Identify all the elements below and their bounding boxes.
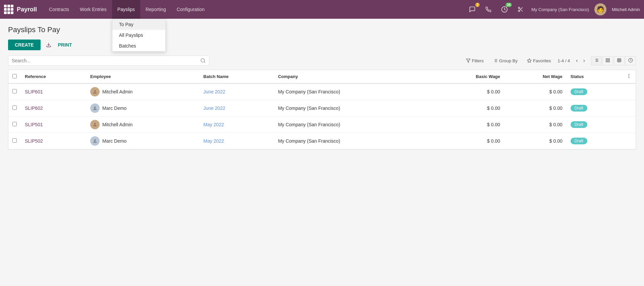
row-company[interactable]: My Company (San Francisco) <box>274 100 432 117</box>
svg-rect-24 <box>608 58 609 60</box>
employee-name: Mitchell Admin <box>102 122 132 127</box>
top-navigation: Payroll Contracts Work Entries Payslips … <box>0 0 644 19</box>
row-batch-name[interactable]: June 2022 <box>199 83 274 100</box>
more-cols-icon[interactable] <box>626 73 632 79</box>
svg-point-37 <box>94 106 96 108</box>
search-controls: Filters Group By Favorites 1- <box>463 56 636 65</box>
table-row[interactable]: SLIP601 Mitchell Admin June 2022 My Comp… <box>8 83 636 100</box>
clock-icon-btn[interactable]: 36 <box>499 4 510 15</box>
pagination-info: 1-4 / 4 <box>557 58 570 63</box>
search-container[interactable] <box>8 56 209 66</box>
print-button[interactable]: PRINT <box>57 40 73 50</box>
col-status[interactable]: Status <box>567 70 622 83</box>
row-net-wage: $ 0.00 <box>504 133 567 149</box>
select-all-checkbox[interactable] <box>12 74 17 78</box>
row-checkbox[interactable] <box>12 89 17 93</box>
row-employee[interactable]: Mitchell Admin <box>86 83 199 100</box>
scissors-icon-btn[interactable] <box>515 4 526 15</box>
filter-icon <box>466 58 471 63</box>
row-reference[interactable]: SLIP501 <box>21 117 86 133</box>
row-reference[interactable]: SLIP601 <box>21 83 86 100</box>
activity-view-btn[interactable] <box>625 56 636 65</box>
svg-line-8 <box>204 62 205 63</box>
row-reference[interactable]: SLIP602 <box>21 100 86 117</box>
employee-name: Marc Demo <box>102 138 126 144</box>
col-employee[interactable]: Employee <box>86 70 199 83</box>
col-company[interactable]: Company <box>274 70 432 83</box>
nav-reporting[interactable]: Reporting <box>140 0 171 19</box>
view-toggle <box>591 56 636 65</box>
row-batch-name[interactable]: May 2022 <box>199 117 274 133</box>
table-row[interactable]: SLIP502 Marc Demo May 2022 My Company (S… <box>8 133 636 149</box>
next-page-btn[interactable]: › <box>581 57 587 64</box>
row-company[interactable]: My Company (San Francisco) <box>274 133 432 149</box>
group-by-label: Group By <box>499 58 518 63</box>
nav-work-entries[interactable]: Work Entries <box>74 0 112 19</box>
col-basic-wage[interactable]: Basic Wage <box>431 70 504 83</box>
row-reference[interactable]: SLIP502 <box>21 133 86 149</box>
create-button[interactable]: CREATE <box>8 40 41 50</box>
table-row[interactable]: SLIP501 Mitchell Admin May 2022 My Compa… <box>8 117 636 133</box>
row-batch-name[interactable]: May 2022 <box>199 133 274 149</box>
favorites-label: Favorites <box>533 58 551 63</box>
list-view-btn[interactable] <box>591 56 602 65</box>
group-by-btn[interactable]: Group By <box>490 57 520 65</box>
col-net-wage[interactable]: Net Wage <box>504 70 567 83</box>
app-brand[interactable]: Payroll <box>4 5 37 14</box>
user-avatar[interactable]: 🧑 <box>594 3 606 15</box>
row-checkbox-cell[interactable] <box>8 83 21 100</box>
grid-view-btn[interactable] <box>614 56 625 65</box>
status-badge: Draft <box>571 88 587 95</box>
nav-payslips[interactable]: Payslips <box>112 0 140 19</box>
download-icon-btn[interactable] <box>43 40 54 50</box>
payslips-menu-batches[interactable]: Batches <box>112 41 165 51</box>
row-actions <box>622 133 636 149</box>
col-reference[interactable]: Reference <box>21 70 86 83</box>
row-status: Draft <box>567 83 622 100</box>
employee-avatar <box>90 87 100 96</box>
page-title: Payslips To Pay <box>8 25 636 34</box>
row-basic-wage: $ 0.00 <box>431 83 504 100</box>
row-checkbox[interactable] <box>12 122 17 126</box>
row-company[interactable]: My Company (San Francisco) <box>274 117 432 133</box>
row-checkbox-cell[interactable] <box>8 100 21 117</box>
svg-point-36 <box>94 90 96 92</box>
row-checkbox-cell[interactable] <box>8 133 21 149</box>
select-all-header[interactable] <box>8 70 21 83</box>
row-employee[interactable]: Marc Demo <box>86 133 199 149</box>
payslips-table: Reference Employee Batch Name Company Ba… <box>8 70 636 150</box>
nav-payslips-dropdown[interactable]: Payslips To Pay All Payslips Batches <box>112 0 140 19</box>
row-checkbox[interactable] <box>12 105 17 110</box>
filters-btn[interactable]: Filters <box>463 57 486 65</box>
row-employee[interactable]: Mitchell Admin <box>86 117 199 133</box>
col-batch-name[interactable]: Batch Name <box>199 70 274 83</box>
payslips-menu-all[interactable]: All Payslips <box>112 30 165 41</box>
table-row[interactable]: SLIP602 Marc Demo June 2022 My Company (… <box>8 100 636 117</box>
phone-icon-btn[interactable] <box>483 4 494 15</box>
row-actions <box>622 100 636 117</box>
row-company[interactable]: My Company (San Francisco) <box>274 83 432 100</box>
nav-contracts[interactable]: Contracts <box>44 0 74 19</box>
favorites-btn[interactable]: Favorites <box>524 57 553 65</box>
chat-icon-btn[interactable]: 7 <box>467 4 478 15</box>
svg-point-7 <box>201 59 205 62</box>
svg-point-33 <box>629 74 629 75</box>
row-basic-wage: $ 0.00 <box>431 117 504 133</box>
row-batch-name[interactable]: June 2022 <box>199 100 274 117</box>
col-actions-header <box>622 70 636 83</box>
employee-avatar <box>90 120 100 129</box>
row-employee[interactable]: Marc Demo <box>86 100 199 117</box>
kanban-view-btn[interactable] <box>602 56 613 65</box>
filters-label: Filters <box>472 58 484 63</box>
toolbar: CREATE PRINT <box>8 40 636 50</box>
user-name: Mitchell Admin <box>612 7 640 12</box>
prev-page-btn[interactable]: ‹ <box>574 57 580 64</box>
row-checkbox[interactable] <box>12 138 17 143</box>
svg-point-35 <box>629 77 629 78</box>
status-badge: Draft <box>571 138 587 144</box>
search-input[interactable] <box>12 58 200 63</box>
payslips-menu-to-pay[interactable]: To Pay <box>112 19 165 30</box>
emp-avatar-icon <box>92 105 98 111</box>
row-checkbox-cell[interactable] <box>8 117 21 133</box>
nav-configuration[interactable]: Configuration <box>171 0 210 19</box>
